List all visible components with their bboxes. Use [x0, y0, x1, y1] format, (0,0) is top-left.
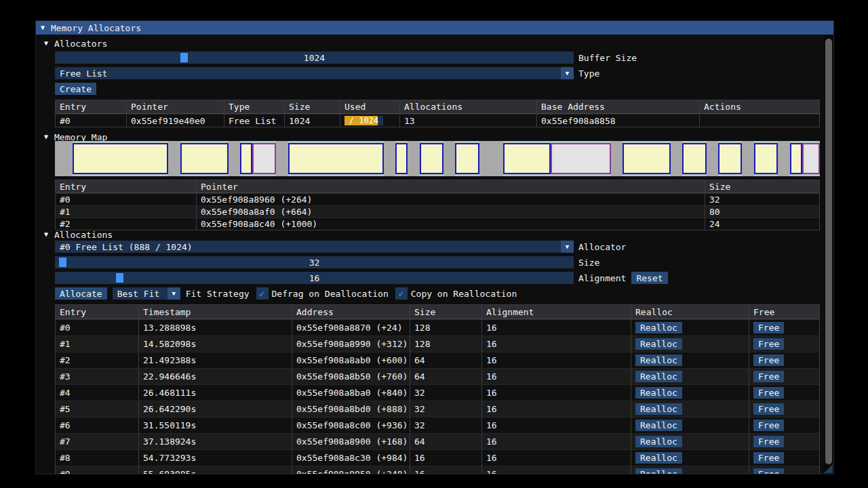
column-header: Size: [410, 305, 482, 319]
memory-map-segment-free[interactable]: [252, 143, 276, 174]
cell-entry: #0: [56, 320, 139, 336]
defrag-checkbox[interactable]: ✓: [256, 287, 269, 300]
memory-map-segment-alloc[interactable]: [790, 143, 802, 174]
combo-arrow-button[interactable]: ▼: [561, 67, 574, 79]
memory-map-segment-alloc[interactable]: [288, 143, 384, 174]
cell-entry: #2: [56, 352, 139, 368]
size-slider[interactable]: 32: [55, 256, 574, 268]
memory-map-segment-alloc[interactable]: [503, 143, 551, 174]
cell-timestamp: 26.642290s: [139, 401, 292, 417]
resize-grip-icon[interactable]: [824, 464, 833, 473]
copy-checkbox[interactable]: ✓: [395, 287, 408, 300]
free-button[interactable]: Free: [753, 436, 784, 447]
tree-arrow-icon[interactable]: ▼: [44, 231, 48, 238]
allocations-table: EntryTimestampAddressSizeAlignmentReallo…: [55, 304, 820, 474]
scrollbar-grab[interactable]: [825, 39, 832, 464]
cell-realloc: Realloc: [631, 466, 749, 474]
cell-alignment: 16: [482, 418, 631, 433]
defrag-checkbox-label: Defrag on Deallocation: [272, 289, 389, 299]
cell-timestamp: 13.288898s: [139, 320, 292, 336]
type-combo[interactable]: Free List ▼: [55, 67, 574, 79]
tree-arrow-icon[interactable]: ▼: [44, 40, 48, 47]
free-button[interactable]: Free: [753, 468, 784, 474]
cell-alignment: 16: [482, 336, 631, 352]
memory-map-segment-free[interactable]: [802, 143, 820, 174]
table-row: #013.288898s0x55ef908a8870 (+24)12816Rea…: [56, 319, 819, 336]
realloc-button[interactable]: Realloc: [635, 436, 682, 447]
section-allocators[interactable]: ▼ Allocators: [44, 37, 107, 49]
free-button[interactable]: Free: [753, 387, 784, 399]
free-list-table: EntryPointerSize#00x55ef908a8960 (+264)3…: [55, 180, 820, 230]
realloc-button[interactable]: Realloc: [635, 468, 682, 474]
realloc-button[interactable]: Realloc: [635, 387, 682, 399]
reset-button[interactable]: Reset: [631, 272, 667, 284]
memory-map-segment-alloc[interactable]: [754, 143, 778, 174]
memory-map-segment-pad: [671, 141, 683, 176]
memory-allocators-window: ▼ Memory Allocators ▼ Allocators 1024 Bu…: [35, 20, 834, 474]
section-allocations[interactable]: ▼ Allocations: [44, 228, 113, 241]
free-button[interactable]: Free: [753, 420, 784, 431]
create-button[interactable]: Create: [55, 83, 96, 95]
column-header: Pointer: [127, 100, 224, 113]
realloc-button[interactable]: Realloc: [635, 371, 682, 382]
cell-address: 0x55ef908a8ba0 (+840): [292, 385, 410, 401]
size-label: Size: [578, 258, 599, 268]
cell-free: Free: [749, 369, 819, 384]
window-titlebar[interactable]: ▼ Memory Allocators: [36, 21, 833, 35]
free-button[interactable]: Free: [753, 452, 784, 464]
cell-entry: #9: [56, 466, 139, 474]
fit-strategy-combo[interactable]: Best Fit ▼: [113, 287, 180, 300]
section-allocators-label: Allocators: [54, 39, 107, 49]
realloc-button[interactable]: Realloc: [635, 452, 682, 464]
memory-map-segment-alloc[interactable]: [73, 143, 168, 174]
realloc-button[interactable]: Realloc: [635, 338, 682, 350]
cell-entry: #4: [56, 385, 139, 401]
memory-map-segment-alloc[interactable]: [682, 143, 706, 174]
allocator-combo[interactable]: #0 Free List (888 / 1024) ▼: [55, 241, 574, 253]
memory-map-segment-alloc[interactable]: [455, 143, 479, 174]
buffer-size-slider[interactable]: 1024: [55, 52, 574, 64]
memory-map-segment-alloc[interactable]: [623, 143, 671, 174]
memory-map-segment-alloc[interactable]: [420, 143, 443, 174]
memory-map-segment-alloc[interactable]: [395, 143, 408, 174]
alignment-label: Alignment: [578, 273, 626, 283]
cell-address: 0x55ef908a8990 (+312): [292, 336, 410, 352]
cell-address: 0x55ef908a8c00 (+936): [292, 418, 410, 433]
column-header: Actions: [700, 100, 819, 113]
realloc-button[interactable]: Realloc: [635, 403, 682, 415]
realloc-button[interactable]: Realloc: [635, 420, 682, 431]
memory-map-segment-free[interactable]: [551, 143, 610, 174]
cell-alignment: 16: [482, 320, 631, 336]
alignment-slider[interactable]: 16: [55, 272, 574, 284]
allocate-button[interactable]: Allocate: [55, 287, 107, 300]
free-button[interactable]: Free: [753, 354, 784, 366]
tree-arrow-icon[interactable]: ▼: [44, 134, 48, 140]
column-header: Size: [705, 180, 819, 192]
cell-alignment: 16: [482, 450, 631, 466]
free-button[interactable]: Free: [753, 403, 784, 415]
memory-map-segment-alloc[interactable]: [180, 143, 229, 174]
table-row: #00x55ef908a8960 (+264)32: [56, 193, 819, 205]
cell-entry: #6: [56, 418, 139, 433]
realloc-button[interactable]: Realloc: [635, 354, 682, 366]
cell-entry: #8: [56, 450, 139, 466]
cell-alignment: 16: [482, 352, 631, 368]
realloc-button[interactable]: Realloc: [635, 322, 682, 333]
table-row: #221.492388s0x55ef908a8ab0 (+600)6416Rea…: [56, 352, 819, 368]
free-button[interactable]: Free: [753, 322, 784, 333]
cell-alignment: 16: [482, 466, 631, 474]
cell-realloc: Realloc: [631, 336, 749, 352]
free-button[interactable]: Free: [753, 338, 784, 350]
vertical-scrollbar[interactable]: [824, 35, 833, 473]
combo-arrow-button[interactable]: ▼: [561, 241, 574, 253]
memory-map-segment-alloc[interactable]: [718, 143, 742, 174]
memory-map-segment-alloc[interactable]: [240, 143, 252, 174]
combo-arrow-button[interactable]: ▼: [167, 287, 180, 300]
type-combo-value: Free List: [60, 68, 107, 79]
collapse-arrow-icon[interactable]: ▼: [41, 24, 45, 31]
memory-map-segment-pad: [229, 141, 241, 176]
table-row: #631.550119s0x55ef908a8c00 (+936)3216Rea…: [56, 417, 819, 433]
column-header: Entry: [56, 180, 197, 192]
cell-timestamp: 37.138924s: [139, 434, 292, 449]
free-button[interactable]: Free: [753, 371, 784, 382]
